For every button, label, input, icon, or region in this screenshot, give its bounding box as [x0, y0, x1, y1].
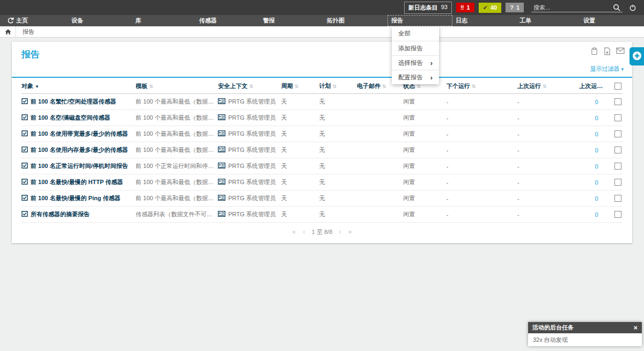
- schedule-cell: 无: [319, 94, 357, 110]
- table-row[interactable]: 前 100 名繁忙/空闲处理器传感器前 100 个最高和最低（数据文...PRT…: [21, 94, 623, 110]
- report-name-link[interactable]: 前 100 名使用带宽最多/最少的传感器: [31, 130, 128, 137]
- col-schedule[interactable]: 计划⇅: [319, 78, 357, 94]
- nav-item-home[interactable]: 主页: [4, 15, 68, 26]
- nav-item-tickets[interactable]: 工单: [516, 15, 580, 26]
- last-run-cell: -: [517, 174, 579, 191]
- user-card-icon: [218, 147, 225, 153]
- select-all-checkbox[interactable]: [614, 83, 621, 90]
- file-add-icon[interactable]: [603, 47, 611, 55]
- report-name-link[interactable]: 所有传感器的摘要报告: [31, 211, 90, 217]
- question-icon: ?: [510, 4, 514, 11]
- report-name-link[interactable]: 前 100 名正常运行时间/停机时间报告: [31, 163, 128, 169]
- close-icon[interactable]: ×: [633, 324, 638, 332]
- page-title: 报告: [21, 48, 40, 61]
- security-context-cell: PRTG 系统管理员: [218, 110, 281, 126]
- col-last-run-count[interactable]: 上次运行...: [579, 78, 605, 94]
- menu-item-all[interactable]: 全部: [392, 26, 439, 41]
- table-row[interactable]: 前 100 名正常运行时间/停机时间报告前 100 个正常运行时间和停机...P…: [21, 158, 623, 174]
- security-context-cell: PRTG 系统管理员: [218, 126, 281, 142]
- power-icon[interactable]: [627, 4, 639, 11]
- col-last-run[interactable]: 上次运行⇅: [517, 78, 579, 94]
- nav-item-libraries[interactable]: 库: [132, 15, 196, 26]
- next-run-cell: -: [447, 191, 517, 207]
- prev-page-button[interactable]: ‹: [303, 228, 305, 236]
- breadcrumb-item-reports[interactable]: 报告: [16, 28, 34, 36]
- last-run-cell: -: [517, 110, 579, 126]
- gauge-icon: [8, 17, 14, 25]
- nav-item-setup[interactable]: 设置: [580, 15, 644, 26]
- security-context-cell: PRTG 系统管理员: [218, 158, 281, 174]
- report-name-link[interactable]: 前 100 名最快/最慢的 Ping 传感器: [31, 195, 120, 201]
- next-page-button[interactable]: ›: [339, 228, 341, 236]
- col-next-run[interactable]: 下个运行⇅: [447, 78, 517, 94]
- report-name-link[interactable]: 前 100 名繁忙/空闲处理器传感器: [31, 98, 116, 105]
- nav-item-logs[interactable]: 日志: [452, 15, 516, 26]
- row-checkbox[interactable]: [614, 147, 621, 153]
- row-checkbox[interactable]: [614, 130, 621, 137]
- table-row[interactable]: 前 100 名空/满磁盘空间传感器前 100 个最高和最低（数据文...PRTG…: [21, 110, 623, 126]
- nav-item-alarms[interactable]: 警报: [260, 15, 324, 26]
- schedule-cell: 无: [319, 110, 357, 126]
- report-icon: [21, 195, 28, 202]
- report-name-link[interactable]: 前 100 名空/满磁盘空间传感器: [31, 114, 111, 121]
- menu-item-configure-report[interactable]: 配置报告›: [392, 70, 439, 84]
- template-cell: 前 100 个最高和最低（数据文...: [136, 191, 218, 207]
- sort-icon: ⇅: [149, 84, 153, 89]
- row-checkbox[interactable]: [614, 195, 621, 202]
- clipboard-icon[interactable]: [590, 47, 598, 55]
- breadcrumb: 报告: [0, 26, 644, 38]
- report-name-link[interactable]: 前 100 名使用内存最多/最少的传感器: [31, 147, 128, 153]
- sort-icon: ⇅: [249, 84, 253, 89]
- user-card-icon: [218, 211, 225, 218]
- report-icon: [21, 179, 28, 186]
- nav-item-sensors[interactable]: 传感器: [196, 15, 260, 26]
- search-icon[interactable]: [611, 4, 623, 11]
- user-card-icon: [218, 131, 225, 137]
- sort-icon: ⇅: [382, 84, 386, 89]
- menu-item-select-report[interactable]: 选择报告›: [392, 55, 439, 70]
- table-row[interactable]: 前 100 名使用内存最多/最少的传感器前 100 个最高和最低（数据文...P…: [21, 142, 623, 158]
- period-cell: 天: [281, 110, 319, 126]
- last-run-count-cell: 0: [579, 110, 605, 126]
- email-icon[interactable]: [616, 47, 625, 55]
- nav-item-label: 主页: [16, 17, 28, 25]
- reports-panel: 报告 显示过滤器 ▾: [12, 42, 632, 243]
- background-tasks-toast: 活动的后台任务 × 32x 自动发现: [528, 322, 642, 346]
- nav-item-maps[interactable]: 拓扑图: [324, 15, 387, 26]
- add-report-button[interactable]: [630, 47, 644, 65]
- period-cell: 天: [281, 94, 319, 110]
- show-filter-link[interactable]: 显示过滤器 ▾: [590, 65, 624, 73]
- table-row[interactable]: 前 100 名最快/最慢的 Ping 传感器前 100 个最高和最低（数据文..…: [21, 191, 623, 207]
- ok-count: 40: [491, 4, 497, 11]
- alarm-badge[interactable]: ‼ 1: [456, 3, 474, 12]
- report-icon: [21, 147, 28, 153]
- first-page-button[interactable]: «: [292, 228, 296, 236]
- row-checkbox[interactable]: [614, 98, 621, 105]
- nav-item-reports[interactable]: 报告: [387, 15, 452, 26]
- table-row[interactable]: 所有传感器的摘要报告传感器列表（数据文件不可用...PRTG 系统管理员天无闲置…: [21, 207, 623, 223]
- col-object[interactable]: 对象▼: [21, 78, 136, 94]
- row-checkbox[interactable]: [614, 163, 621, 170]
- col-period[interactable]: 周期⇅: [281, 78, 319, 94]
- row-checkbox[interactable]: [614, 211, 621, 218]
- next-run-cell: -: [447, 207, 517, 223]
- email-cell: [357, 126, 403, 142]
- row-checkbox[interactable]: [614, 179, 621, 186]
- menu-item-add-report[interactable]: 添加报告: [392, 41, 439, 55]
- unknown-badge[interactable]: ? 1: [506, 3, 524, 12]
- table-row[interactable]: 前 100 名最快/最慢的 HTTP 传感器前 100 个最高和最低（数据文..…: [21, 174, 623, 191]
- col-template[interactable]: 模板⇅: [136, 78, 218, 94]
- col-security-context[interactable]: 安全上下文⇅: [218, 78, 281, 94]
- search-input[interactable]: [531, 3, 611, 12]
- new-log-entries-badge[interactable]: 新日志条目 93: [404, 2, 452, 14]
- next-run-cell: -: [447, 94, 517, 110]
- nav-item-devices[interactable]: 设备: [68, 15, 132, 26]
- home-icon[interactable]: [0, 26, 16, 37]
- row-checkbox[interactable]: [614, 114, 621, 121]
- report-name-link[interactable]: 前 100 名最快/最慢的 HTTP 传感器: [31, 179, 123, 185]
- toast-item: 32x 自动发现: [528, 333, 642, 346]
- last-page-button[interactable]: »: [348, 228, 352, 236]
- chevron-right-icon: ›: [430, 56, 433, 70]
- ok-badge[interactable]: ✔ 40: [479, 3, 501, 13]
- table-row[interactable]: 前 100 名使用带宽最多/最少的传感器前 100 个最高和最低（数据文...P…: [21, 126, 623, 142]
